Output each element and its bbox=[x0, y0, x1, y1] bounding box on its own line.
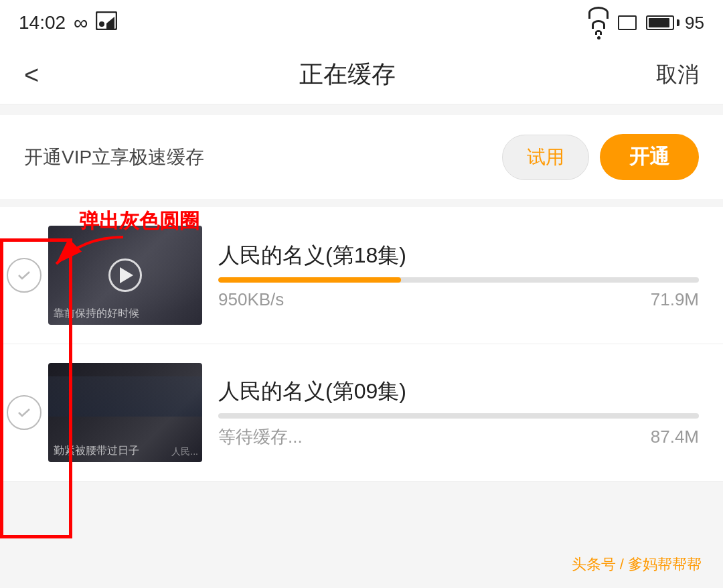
item-speed-1: 950KB/s bbox=[218, 289, 284, 310]
item-title-2: 人民的名义(第09集) bbox=[218, 377, 699, 407]
footer-text: 头条号 / 爹妈帮帮帮 bbox=[572, 556, 702, 573]
infinity-icon: ∞ bbox=[74, 11, 88, 34]
thumbnail-1: 靠前保持的好时候 bbox=[48, 226, 202, 325]
thumb2-watermark: 人民... bbox=[171, 446, 198, 458]
open-button[interactable]: 开通 bbox=[600, 134, 699, 180]
download-item-1: 靠前保持的好时候 人民的名义(第18集) 950KB/s 71.9M bbox=[0, 207, 723, 344]
status-bar: 14:02 ∞ 95 bbox=[0, 0, 723, 46]
item-info-1: 人民的名义(第18集) 950KB/s 71.9M bbox=[202, 241, 699, 310]
progress-bar-2 bbox=[218, 413, 699, 419]
circle-check-icon-2 bbox=[7, 395, 42, 430]
item-size-2: 87.4M bbox=[651, 427, 699, 447]
gallery-icon bbox=[96, 11, 117, 35]
status-time: 14:02 bbox=[19, 12, 66, 33]
circle-check-icon-1 bbox=[7, 258, 42, 293]
footer: 头条号 / 爹妈帮帮帮 bbox=[572, 555, 702, 575]
item-size-1: 71.9M bbox=[651, 289, 699, 310]
vip-buttons: 试用 开通 bbox=[502, 134, 699, 180]
play-triangle-1 bbox=[120, 267, 133, 283]
item-meta-2: 等待缓存... 87.4M bbox=[218, 425, 699, 449]
check-circle-1[interactable] bbox=[0, 258, 48, 293]
status-right: 95 bbox=[588, 7, 704, 40]
item-speed-2: 等待缓存... bbox=[218, 425, 303, 449]
progress-bar-1 bbox=[218, 277, 699, 283]
battery-icon: 95 bbox=[646, 13, 704, 33]
phone-icon bbox=[618, 15, 637, 30]
page-title: 正在缓存 bbox=[299, 58, 396, 91]
item-info-2: 人民的名义(第09集) 等待缓存... 87.4M bbox=[202, 377, 699, 449]
item-title-1: 人民的名义(第18集) bbox=[218, 241, 699, 271]
play-overlay-1 bbox=[108, 259, 142, 292]
thumbnail-2: 勤紧被腰带过日子 人民... bbox=[48, 363, 202, 462]
item-meta-1: 950KB/s 71.9M bbox=[218, 289, 699, 310]
trial-button[interactable]: 试用 bbox=[502, 135, 589, 180]
header: < 正在缓存 取消 bbox=[0, 46, 723, 104]
back-button[interactable]: < bbox=[24, 62, 39, 88]
cancel-button[interactable]: 取消 bbox=[656, 60, 699, 90]
vip-banner: 开通VIP立享极速缓存 试用 开通 bbox=[0, 115, 723, 199]
download-item-2: 勤紧被腰带过日子 人民... 人民的名义(第09集) 等待缓存... 87.4M bbox=[0, 344, 723, 482]
svg-marker-2 bbox=[106, 17, 114, 29]
thumb1-caption: 靠前保持的好时候 bbox=[54, 307, 139, 321]
battery-level: 95 bbox=[685, 13, 704, 33]
thumb2-caption: 勤紧被腰带过日子 bbox=[54, 444, 139, 458]
svg-point-1 bbox=[99, 21, 104, 27]
download-list: 靠前保持的好时候 人民的名义(第18集) 950KB/s 71.9M 勤紧被腰带… bbox=[0, 207, 723, 482]
check-circle-2[interactable] bbox=[0, 395, 48, 430]
progress-fill-1 bbox=[218, 277, 401, 283]
status-left: 14:02 ∞ bbox=[19, 11, 117, 35]
wifi-icon bbox=[588, 7, 609, 40]
vip-description: 开通VIP立享极速缓存 bbox=[24, 145, 204, 170]
